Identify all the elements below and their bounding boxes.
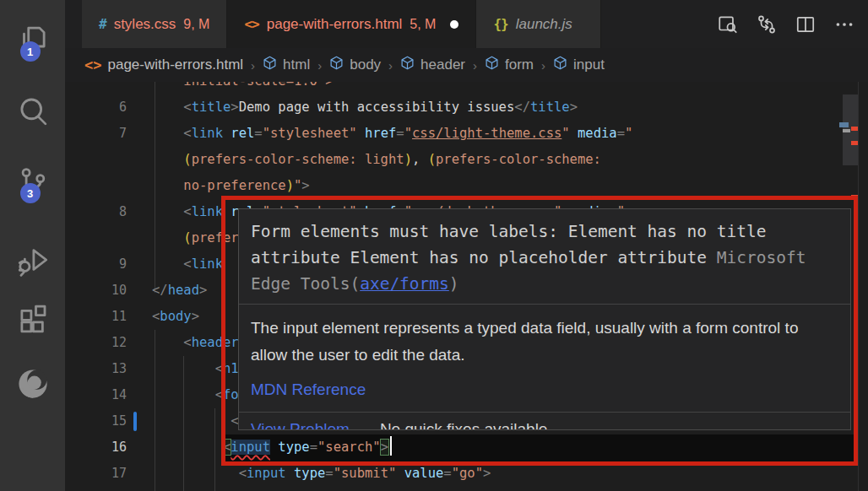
code-text: </head> [152,278,207,304]
code-line[interactable]: no-preference)"> [65,173,868,199]
breadcrumb-file-label: page-with-errors.html [107,57,243,73]
tab-problem-badge: 9, M [183,17,209,32]
line-number [65,147,127,173]
activity-item-source-control[interactable]: 3 [0,157,65,208]
json-braces-icon: {} [493,16,507,32]
chevron-right-icon: › [540,58,546,73]
open-changes-icon[interactable] [751,9,782,40]
gutter-decorations [127,382,152,408]
open-preview-icon[interactable] [713,9,743,40]
error-ruler-mark [851,195,858,199]
gutter-decorations [127,225,152,251]
code-text: </fo [152,487,231,491]
code-line[interactable]: (prefers-color-scheme: light), (prefers-… [65,147,868,173]
line-number: 10 [65,278,127,304]
symbol-cube-icon [485,56,499,74]
badge-count: 1 [20,41,41,62]
split-editor-icon[interactable] [790,9,821,40]
html-brackets-icon: <> [84,57,101,73]
breadcrumb-item-html[interactable]: html [263,56,310,74]
code-line-18[interactable]: 18</fo [65,487,868,491]
code-text: (prefers-color-scheme: light), (prefers-… [152,147,601,173]
scrollbar-divider [858,82,859,491]
activity-bar: 13 [0,0,65,491]
view-problem-link[interactable]: View Problem [251,420,350,430]
text-cursor [390,436,392,456]
gutter-decorations [127,356,152,382]
minimap-mark [843,129,850,132]
tab-label: styles.css [114,16,176,33]
code-text: no-preference)"> [152,173,310,199]
line-number: 17 [65,461,127,487]
breadcrumb-item-body[interactable]: body [329,56,381,74]
code-text: <h1> [152,356,247,382]
chevron-right-icon: › [250,58,256,73]
axe-forms-link[interactable]: axe/forms [360,274,449,294]
line-number: 11 [65,304,127,330]
hover-tooltip: Form elements must have labels: Element … [238,208,851,430]
code-line[interactable]: initial-scale=1.0"> [65,82,868,94]
gutter-decorations [127,304,152,330]
breadcrumb-file[interactable]: <>page-with-errors.html [84,57,243,73]
activity-item-edge-tools[interactable] [0,359,65,409]
breadcrumb-item-label: body [350,57,381,73]
gutter-decorations [127,461,152,487]
code-text: <title>Demo page with accessibility issu… [152,94,578,121]
editor-actions [713,0,868,48]
gutter-decorations [127,147,152,173]
code-editor[interactable]: initial-scale=1.0">6<title>Demo page wit… [65,82,868,491]
code-text: <input type="search"> [152,434,392,461]
breadcrumb-item-label: form [505,57,534,73]
vscode-window: 13 #styles.css9, M<>page-with-errors.htm… [0,0,868,491]
code-text: initial-scale=1.0"> [152,82,334,94]
activity-item-run-debug[interactable] [0,235,65,285]
breadcrumb-item-label: input [573,57,605,73]
activity-item-explorer[interactable]: 1 [0,15,65,66]
activity-item-search[interactable] [0,86,65,137]
line-number: 13 [65,356,127,382]
activity-item-extensions[interactable] [0,294,65,344]
breadcrumb-item-header[interactable]: header [400,56,465,74]
breadcrumb: <>page-with-errors.html›html›body›header… [65,48,868,82]
code-text: <link [152,251,231,278]
modified-line-indicator [133,412,137,431]
minimap-mark [839,122,849,127]
error-ruler-mark [851,141,858,145]
badge-count: 3 [20,183,41,203]
line-number: 12 [65,330,127,356]
css-hash-icon: # [99,16,106,32]
gutter-decorations [127,408,152,434]
tab-problem-badge: 5, M [410,17,436,32]
html-brackets-icon: <> [244,16,258,32]
breadcrumb-item-form[interactable]: form [485,56,534,74]
gutter-decorations [127,94,152,121]
symbol-cube-icon [400,56,415,74]
gutter-decorations [127,487,152,491]
tab-styles.css[interactable]: #styles.css9, M [82,0,227,48]
code-line-17[interactable]: 17<input type="submit" value="go"> [65,461,868,487]
tab-label: launch.js [516,16,572,33]
code-text: <input type="submit" value="go"> [152,461,491,487]
line-number: 16 [65,434,127,461]
more-actions-icon[interactable] [829,9,860,40]
search-icon [15,94,51,129]
tab-page-with-errors.html[interactable]: <>page-with-errors.html5, M [227,0,476,48]
line-number [65,82,127,94]
hover-error-message: Form elements must have labels: Element … [239,209,850,305]
breadcrumb-item-input[interactable]: input [553,56,605,74]
mdn-reference-link[interactable]: MDN Reference [251,380,366,398]
edge-tools-icon [15,366,51,402]
tab-launch.js[interactable]: {}launch.js [476,0,601,48]
gutter-decorations [127,330,152,356]
paren: ) [449,274,459,294]
line-number: 7 [65,121,127,147]
code-text: <body> [152,304,199,330]
unsaved-dot-icon[interactable] [450,20,458,29]
code-line-7[interactable]: 7<link rel="stylesheet" href="css/light-… [65,121,868,147]
code-line-16[interactable]: 16<input type="search"> [65,434,868,461]
error-message-text: Form elements must have labels: Element … [251,222,766,267]
breadcrumb-item-label: header [420,57,465,73]
line-number: 15 [65,408,127,434]
code-line-6[interactable]: 6<title>Demo page with accessibility iss… [65,94,868,121]
symbol-cube-icon [263,56,277,74]
